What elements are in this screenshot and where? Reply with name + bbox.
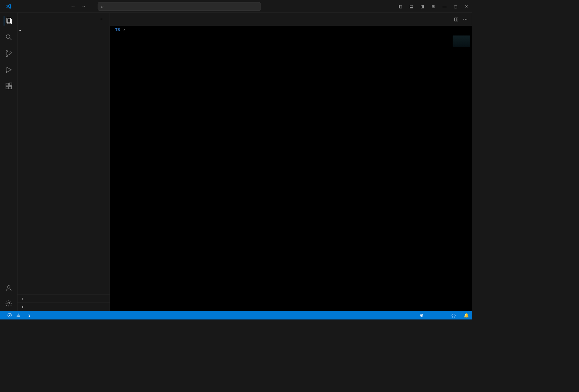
layout-grid-icon[interactable]: ⊞ xyxy=(431,3,436,9)
source-control-icon[interactable] xyxy=(4,49,13,58)
menu-selection[interactable] xyxy=(31,5,37,7)
error-icon: ⓧ xyxy=(7,312,12,318)
nav-arrows: ← → xyxy=(70,3,86,9)
file-tree xyxy=(17,34,110,295)
minimize-icon[interactable]: — xyxy=(442,3,447,9)
menu-more[interactable] xyxy=(39,5,44,7)
svg-rect-12 xyxy=(9,83,12,85)
maximize-icon[interactable]: ▢ xyxy=(453,3,458,9)
close-icon[interactable]: ✕ xyxy=(464,3,469,9)
svg-marker-7 xyxy=(7,67,11,72)
breadcrumb[interactable]: TS › xyxy=(110,26,472,34)
svg-point-5 xyxy=(6,55,7,56)
svg-rect-11 xyxy=(9,86,11,89)
window-controls: ◧ ⬓ ◨ ⊞ — ▢ ✕ xyxy=(397,3,469,9)
nav-forward-icon[interactable]: → xyxy=(81,3,86,9)
titlebar: ← → ⌕ ◧ ⬓ ◨ ⊞ — ▢ ✕ xyxy=(0,0,472,13)
menu-file[interactable] xyxy=(17,5,23,7)
timeline-section[interactable]: ⌄ xyxy=(17,302,110,311)
editor-area: ◫ ⋯ TS › xyxy=(110,13,472,311)
minimap-preview xyxy=(453,35,470,47)
svg-point-4 xyxy=(6,51,7,52)
main-row: ⋯ ⌄ ⌄ ⌄ ◫ ⋯ TS › xyxy=(0,13,472,311)
language-mode[interactable]: { } xyxy=(452,313,459,317)
nav-back-icon[interactable]: ← xyxy=(70,3,76,9)
svg-rect-9 xyxy=(6,83,8,86)
svg-point-8 xyxy=(6,71,7,73)
search-activity-icon[interactable] xyxy=(4,32,13,42)
menu-edit[interactable] xyxy=(24,5,30,7)
radio-tower-icon: ⟟ xyxy=(29,313,30,318)
notifications-icon[interactable]: 🔔 xyxy=(464,313,469,318)
braces-icon: { } xyxy=(452,313,455,317)
split-editor-icon[interactable]: ◫ xyxy=(454,16,458,22)
svg-point-2 xyxy=(6,35,10,39)
chevron-right-icon: ⌄ xyxy=(20,297,24,300)
zoom-icon[interactable]: ⊕ xyxy=(420,313,424,317)
run-debug-icon[interactable] xyxy=(4,65,13,75)
sidebar-header: ⋯ xyxy=(17,13,110,26)
chevron-down-icon: ⌄ xyxy=(19,27,22,32)
tabs-actions: ◫ ⋯ xyxy=(450,13,472,25)
command-center[interactable]: ⌕ xyxy=(98,2,261,10)
extensions-icon[interactable] xyxy=(4,81,13,91)
breadcrumb-separator-icon: › xyxy=(124,27,125,32)
menu-bar xyxy=(17,5,44,7)
layout-right-icon[interactable]: ◨ xyxy=(419,3,425,9)
editor-body[interactable] xyxy=(110,34,472,311)
activity-bar xyxy=(0,13,17,311)
line-gutter xyxy=(110,34,129,311)
tabs-more-icon[interactable]: ⋯ xyxy=(463,16,468,22)
minimap[interactable] xyxy=(446,34,472,311)
account-icon[interactable] xyxy=(4,284,13,293)
chevron-right-icon: ⌄ xyxy=(20,305,24,309)
svg-point-13 xyxy=(7,286,10,288)
settings-icon[interactable] xyxy=(4,299,13,308)
sidebar-more-icon[interactable]: ⋯ xyxy=(100,17,104,21)
warning-icon: ⚠ xyxy=(16,313,20,317)
ports-button[interactable]: ⟟ xyxy=(29,313,34,318)
search-icon: ⌕ xyxy=(101,4,104,9)
svg-rect-10 xyxy=(6,86,8,89)
ts-file-icon: TS xyxy=(115,27,120,32)
statusbar: ⓧ ⚠ ⟟ ⊕ { } 🔔 xyxy=(0,311,472,319)
svg-point-6 xyxy=(10,52,11,53)
svg-point-14 xyxy=(7,302,9,304)
sidebar-folder-header[interactable]: ⌄ xyxy=(17,26,110,34)
explorer-icon[interactable] xyxy=(4,16,13,26)
sidebar: ⋯ ⌄ ⌄ ⌄ xyxy=(17,13,110,311)
layout-bottom-icon[interactable]: ⬓ xyxy=(408,3,414,9)
svg-line-3 xyxy=(10,38,11,40)
code-content[interactable] xyxy=(129,34,472,311)
tabs-row: ◫ ⋯ xyxy=(110,13,472,26)
vscode-logo-icon xyxy=(6,3,11,9)
layout-left-icon[interactable]: ◧ xyxy=(397,3,403,9)
outline-section[interactable]: ⌄ xyxy=(17,295,110,303)
problems-button[interactable]: ⓧ ⚠ xyxy=(7,312,24,318)
